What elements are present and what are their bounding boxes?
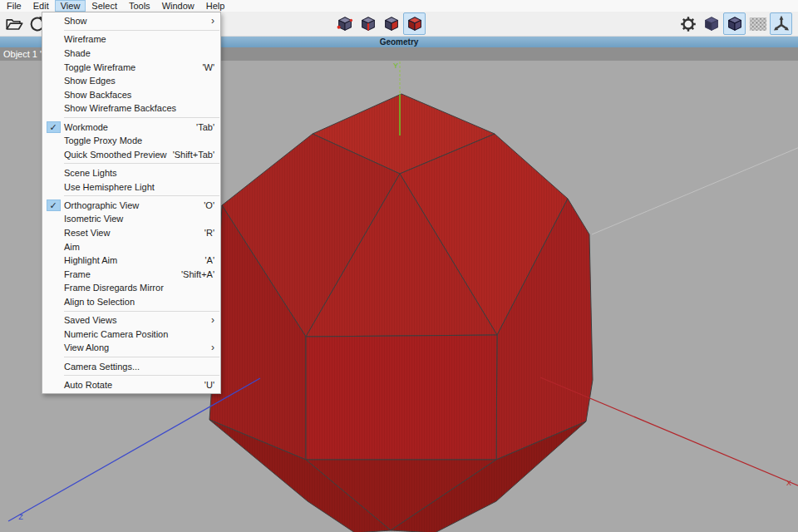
menubar-item-file[interactable]: File <box>1 0 27 12</box>
menubar-item-window[interactable]: Window <box>156 0 200 12</box>
menu-item-shortcut: 'U' <box>204 380 214 390</box>
menubar: FileEditViewSelectToolsWindowHelp <box>0 0 798 12</box>
menu-item-label: Camera Settings... <box>64 362 214 372</box>
menu-item-label: Use Hemisphere Light <box>64 182 214 192</box>
edge-mode-button[interactable] <box>357 12 379 35</box>
menu-item-shortcut: 'R' <box>204 228 214 238</box>
menu-item-workmode[interactable]: ✓Workmode'Tab' <box>42 120 220 134</box>
menu-item-label: Shade <box>64 48 214 58</box>
body-mode-icon <box>405 14 425 34</box>
z-axis-label: Z <box>18 513 23 521</box>
toolbar-selection-mode-group <box>333 12 426 35</box>
menu-separator <box>64 117 219 118</box>
menu-item-label: Reset View <box>64 228 204 238</box>
menu-item-label: Wireframe <box>64 34 214 44</box>
menu-item-shortcut: 'O' <box>204 200 214 210</box>
menu-item-scene-lights[interactable]: Scene Lights <box>42 166 220 180</box>
menu-item-label: Quick Smoothed Preview <box>64 150 173 160</box>
menu-separator <box>64 375 219 376</box>
vertex-mode-button[interactable] <box>333 12 356 35</box>
menu-separator <box>64 163 219 164</box>
menu-item-label: Aim <box>64 242 214 252</box>
menu-item-label: Highlight Aim <box>64 255 204 265</box>
menubar-item-edit[interactable]: Edit <box>27 0 55 12</box>
menu-separator <box>64 30 219 31</box>
gear-icon <box>678 14 698 34</box>
z-axis-line <box>8 378 260 521</box>
menu-item-toggle-wireframe[interactable]: Toggle Wireframe'W' <box>42 60 220 74</box>
menubar-item-select[interactable]: Select <box>86 0 123 12</box>
menu-item-auto-rotate[interactable]: Auto Rotate'U' <box>42 377 220 392</box>
smooth-shading-button[interactable] <box>700 12 722 35</box>
negative-axis-line <box>592 147 798 234</box>
menubar-item-view[interactable]: View <box>55 0 86 12</box>
flat-shading-button[interactable] <box>723 12 746 35</box>
menu-item-label: Isometric View <box>64 214 214 224</box>
body-mode-button[interactable] <box>403 12 426 35</box>
menu-item-label: Align to Selection <box>64 297 214 307</box>
submenu-arrow-icon: › <box>211 17 214 25</box>
axes-icon <box>771 14 791 34</box>
menu-item-shortcut: 'Shift+Tab' <box>173 150 214 160</box>
menu-item-label: Numeric Camera Position <box>64 329 214 339</box>
menu-item-orthographic-view[interactable]: ✓Orthographic View'O' <box>42 199 220 213</box>
menu-item-isometric-view[interactable]: Isometric View <box>42 212 220 226</box>
menu-item-aim[interactable]: Aim <box>42 239 220 254</box>
menu-item-toggle-proxy-mode[interactable]: Toggle Proxy Mode <box>42 134 220 148</box>
menu-item-saved-views[interactable]: Saved Views› <box>42 313 220 328</box>
menu-item-use-hemisphere-light[interactable]: Use Hemisphere Light <box>42 180 220 194</box>
submenu-arrow-icon: › <box>211 316 214 324</box>
smooth-cube-icon <box>702 14 722 34</box>
menu-item-reset-view[interactable]: Reset View'R' <box>42 226 220 240</box>
show-axes-button[interactable] <box>770 12 792 35</box>
menu-item-show[interactable]: Show› <box>42 14 220 28</box>
x-axis-line <box>540 377 798 486</box>
menu-item-highlight-aim[interactable]: Highlight Aim'A' <box>42 254 220 268</box>
menu-item-label: Show Backfaces <box>64 90 214 100</box>
y-axis-label: Y <box>393 62 398 70</box>
menubar-item-help[interactable]: Help <box>200 0 231 12</box>
menu-item-shortcut: 'Tab' <box>196 122 214 132</box>
menu-item-show-edges[interactable]: Show Edges <box>42 74 220 88</box>
menubar-item-tools[interactable]: Tools <box>123 0 156 12</box>
proxy-mode-button[interactable] <box>746 12 769 35</box>
menu-item-camera-settings[interactable]: Camera Settings... <box>42 359 220 373</box>
menu-item-frame-disregards-mirror[interactable]: Frame Disregards Mirror <box>42 281 220 295</box>
menu-item-label: Toggle Wireframe <box>64 62 202 72</box>
menu-item-label: Show Edges <box>64 76 214 86</box>
menu-item-label: Saved Views <box>64 315 211 325</box>
menu-item-shade[interactable]: Shade <box>42 47 220 61</box>
menu-separator <box>64 195 219 196</box>
view-menu: Show›WireframeShadeToggle Wireframe'W'Sh… <box>42 12 221 394</box>
menu-item-view-along[interactable]: View Along› <box>42 341 220 355</box>
x-axis-label: X <box>786 479 791 487</box>
menu-item-shortcut: 'W' <box>202 62 214 72</box>
edge-mode-icon <box>358 14 378 34</box>
geometry-window-title: Geometry <box>380 37 419 47</box>
open-button[interactable] <box>2 12 25 35</box>
menu-separator <box>64 311 219 312</box>
menu-item-show-wireframe-backfaces[interactable]: Show Wireframe Backfaces <box>42 101 220 116</box>
menu-item-show-backfaces[interactable]: Show Backfaces <box>42 88 220 102</box>
menu-item-label: Show <box>64 16 211 26</box>
menu-item-label: Toggle Proxy Mode <box>64 135 214 145</box>
menu-item-wireframe[interactable]: Wireframe <box>42 32 220 47</box>
menu-item-shortcut: 'A' <box>204 255 214 265</box>
menu-item-align-to-selection[interactable]: Align to Selection <box>42 295 220 309</box>
mesh-icon <box>748 14 768 34</box>
menu-item-label: Frame <box>64 269 181 279</box>
menu-item-label: Auto Rotate <box>64 380 204 390</box>
checkmark-box: ✓ <box>47 200 61 211</box>
object-silhouette-texture <box>209 94 593 532</box>
menu-item-label: Frame Disregards Mirror <box>64 283 214 293</box>
face-mode-button[interactable] <box>380 12 402 35</box>
flat-cube-icon <box>725 14 745 34</box>
menu-item-label: Show Wireframe Backfaces <box>64 103 214 113</box>
menu-item-label: View Along <box>64 342 211 352</box>
preferences-button[interactable] <box>677 12 699 35</box>
menu-item-frame[interactable]: Frame'Shift+A' <box>42 267 220 281</box>
menu-item-quick-smoothed-preview[interactable]: Quick Smoothed Preview'Shift+Tab' <box>42 148 220 162</box>
menu-item-numeric-camera-position[interactable]: Numeric Camera Position <box>42 327 220 341</box>
toolbar-right-group <box>677 12 792 35</box>
checkmark-icon: ✓ <box>42 121 64 133</box>
